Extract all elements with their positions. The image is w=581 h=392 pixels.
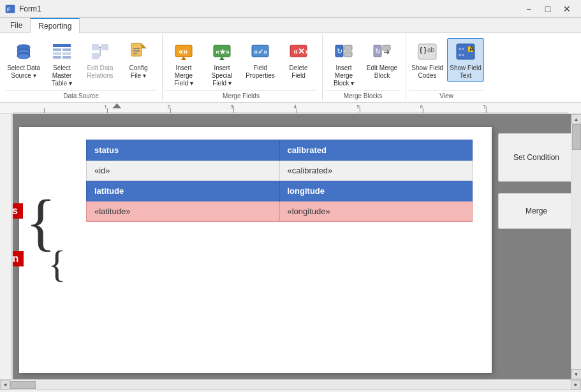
maximize-button[interactable]: □ xyxy=(539,3,557,15)
svg-text:«»: «» xyxy=(459,46,464,52)
location-brace: { xyxy=(48,245,66,283)
vertical-scrollbar: ▲ ▼ xyxy=(571,114,581,379)
set-condition-button[interactable]: Set Condition xyxy=(498,133,575,182)
view-buttons: { } ab Show FieldCodes «» «» A xyxy=(409,36,484,89)
table-icon xyxy=(52,41,72,62)
svg-rect-9 xyxy=(63,48,71,51)
svg-text:«✓»: «✓» xyxy=(254,48,267,55)
insert-merge-block-button[interactable]: ↻ InsertMerge Block ▾ xyxy=(325,38,362,89)
mergeblocks-group-label: Merge Blocks xyxy=(325,91,401,99)
svg-text:3: 3 xyxy=(230,103,233,109)
insert-special-field-label: InsertSpecial Field ▾ xyxy=(205,64,239,87)
svg-text:↻: ↻ xyxy=(337,47,342,55)
window-title: Form1 xyxy=(19,4,520,13)
svg-text:«★»: «★» xyxy=(216,48,230,55)
edit-merge-icon: ↻ xyxy=(372,41,392,62)
insert-merge-block-label: InsertMerge Block ▾ xyxy=(327,64,360,87)
svg-rect-24 xyxy=(133,53,137,54)
show-field-codes-label: Show FieldCodes xyxy=(411,64,443,80)
field-text-icon: «» «» A xyxy=(455,41,476,62)
svg-rect-7 xyxy=(53,44,71,47)
svg-text:4: 4 xyxy=(293,103,297,109)
horizontal-scrollbar: ◄ ► xyxy=(0,379,581,389)
tab-reporting[interactable]: Reporting xyxy=(30,18,80,33)
location-label: location xyxy=(13,251,24,266)
title-bar: F Form1 − □ ✕ xyxy=(0,0,581,18)
merge-button[interactable]: Merge xyxy=(498,193,575,229)
relations-icon xyxy=(90,41,110,62)
side-panel: Set Condition Merge xyxy=(498,120,575,373)
scroll-thumb-h[interactable] xyxy=(10,381,36,389)
config-file-label: ConfigFile ▾ xyxy=(129,64,148,80)
svg-rect-8 xyxy=(53,48,61,51)
datasource-buttons: Select DataSource ▾ SelectMaster Table ▾ xyxy=(5,36,157,89)
field-properties-label: FieldProperties xyxy=(246,64,275,80)
scroll-track-h[interactable] xyxy=(10,381,571,389)
svg-rect-14 xyxy=(92,44,99,50)
svg-rect-16 xyxy=(92,53,99,59)
insert-special-field-button[interactable]: «★» InsertSpecial Field ▾ xyxy=(203,38,240,89)
svg-rect-37 xyxy=(344,45,352,50)
items-label: items xyxy=(13,203,23,219)
svg-marker-27 xyxy=(181,57,186,60)
datasource-group-label: Data Source xyxy=(5,91,157,99)
ribbon-group-view: { } ab Show FieldCodes «» «» A xyxy=(406,34,489,101)
tab-file[interactable]: File xyxy=(3,18,30,33)
svg-rect-22 xyxy=(133,48,140,49)
svg-rect-10 xyxy=(53,52,61,55)
svg-rect-13 xyxy=(63,56,71,59)
cell-longitude: «longitude» xyxy=(279,201,473,222)
svg-text:«»: «» xyxy=(179,47,188,56)
select-master-table-label: SelectMaster Table ▾ xyxy=(45,64,78,87)
svg-text:5: 5 xyxy=(357,103,360,109)
doc-area[interactable]: items location { { status calibrated «id… xyxy=(13,114,581,379)
svg-text:{ }: { } xyxy=(420,47,427,54)
scroll-up-button[interactable]: ▲ xyxy=(571,114,582,124)
scroll-thumb-v[interactable] xyxy=(572,124,581,150)
main-area: items location { { status calibrated «id… xyxy=(0,114,581,379)
delete-field-button[interactable]: «✕» DeleteField xyxy=(280,38,317,82)
svg-text:↻: ↻ xyxy=(375,47,381,55)
svg-rect-38 xyxy=(344,52,352,57)
window-controls: − □ ✕ xyxy=(520,3,576,15)
svg-marker-21 xyxy=(142,43,147,48)
ribbon-group-datasource: Select DataSource ▾ SelectMaster Table ▾ xyxy=(3,34,163,101)
select-data-source-button[interactable]: Select DataSource ▾ xyxy=(5,38,42,82)
edit-data-relations-button[interactable]: Edit DataRelations xyxy=(82,38,119,82)
svg-text:2: 2 xyxy=(167,103,170,109)
select-master-table-button[interactable]: SelectMaster Table ▾ xyxy=(43,38,80,89)
show-field-text-label: Show FieldText xyxy=(450,64,481,80)
scroll-right-button[interactable]: ► xyxy=(571,380,581,390)
special-field-icon: «★» xyxy=(212,41,232,62)
show-field-text-button[interactable]: «» «» A Show FieldText xyxy=(447,38,484,82)
insert-merge-field-button[interactable]: «» InsertMerge Field ▾ xyxy=(165,38,202,89)
insert-merge-field-label: InsertMerge Field ▾ xyxy=(167,64,200,87)
status-bar: 1/1 1/1 7 9 German (Germany) NUM ⊖ ⊕ 100… xyxy=(0,389,581,392)
table-data-row-2: «latitude» «longitude» xyxy=(87,201,473,222)
field-codes-icon: { } ab xyxy=(417,41,438,62)
svg-rect-15 xyxy=(101,44,108,50)
field-properties-button[interactable]: «✓» FieldProperties xyxy=(242,38,279,82)
database-icon xyxy=(13,41,34,62)
config-file-button[interactable]: ConfigFile ▾ xyxy=(120,38,157,82)
scroll-down-button[interactable]: ▼ xyxy=(571,369,582,379)
svg-text:1: 1 xyxy=(105,103,108,109)
minimize-button[interactable]: − xyxy=(520,3,538,15)
svg-rect-41 xyxy=(383,45,390,50)
header-cell-latitude: latitude xyxy=(87,181,280,201)
svg-text:F: F xyxy=(7,6,11,13)
table-data-row-1: «id» «calibrated» xyxy=(87,161,473,181)
svg-text:6: 6 xyxy=(420,103,423,109)
mergeblocks-buttons: ↻ InsertMerge Block ▾ ↻ xyxy=(325,36,401,89)
svg-marker-30 xyxy=(219,57,224,60)
show-field-codes-button[interactable]: { } ab Show FieldCodes xyxy=(409,38,446,82)
header-cell-calibrated: calibrated xyxy=(279,140,473,161)
ribbon: Select DataSource ▾ SelectMaster Table ▾ xyxy=(0,33,581,103)
scroll-left-button[interactable]: ◄ xyxy=(0,380,10,390)
cell-calibrated: «calibrated» xyxy=(279,161,473,181)
field-props-icon: «✓» xyxy=(250,41,270,62)
svg-marker-69 xyxy=(112,103,121,108)
svg-text:A: A xyxy=(469,45,474,52)
close-button[interactable]: ✕ xyxy=(558,3,576,15)
edit-merge-block-button[interactable]: ↻ Edit MergeBlock xyxy=(364,38,401,82)
